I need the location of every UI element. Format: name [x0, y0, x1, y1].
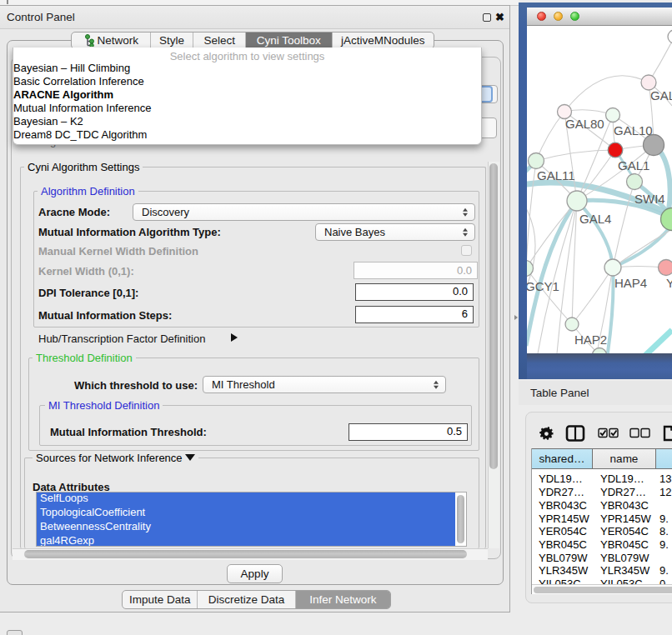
- svg-text:Y: Y: [666, 276, 672, 290]
- svg-text:GAL80: GAL80: [565, 117, 604, 131]
- svg-text:GAL4: GAL4: [579, 212, 611, 226]
- svg-text:GAL: GAL: [650, 88, 672, 102]
- svg-text:HAP2: HAP2: [574, 332, 607, 347]
- svg-text:GAL10: GAL10: [614, 123, 653, 138]
- svg-text:GAL1: GAL1: [618, 158, 649, 172]
- svg-text:HAP4: HAP4: [614, 276, 647, 290]
- svg-text:SWI4: SWI4: [634, 192, 665, 206]
- svg-text:GCY1: GCY1: [527, 279, 559, 293]
- svg-text:GAL11: GAL11: [537, 168, 575, 182]
